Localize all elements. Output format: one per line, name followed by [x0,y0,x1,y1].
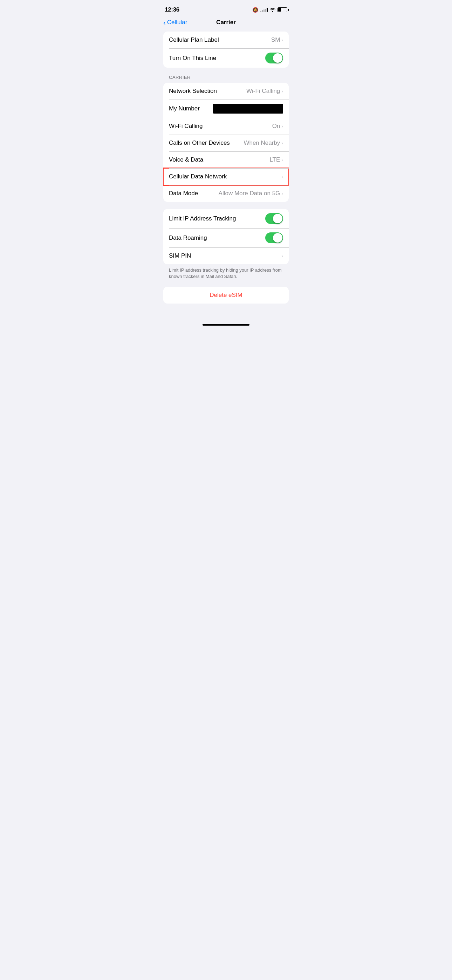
data-roaming-toggle-knob [273,233,282,243]
top-group: Cellular Plan Label SM › Turn On This Li… [163,32,289,68]
network-selection-label: Network Selection [169,88,217,95]
network-selection-row[interactable]: Network Selection Wi-Fi Calling › [163,83,289,100]
back-button[interactable]: ‹ Cellular [163,19,187,26]
data-mode-label: Data Mode [169,190,198,197]
turn-on-line-label: Turn On This Line [169,55,216,62]
data-roaming-row[interactable]: Data Roaming [163,228,289,247]
nav-header: ‹ Cellular Carrier [158,18,294,32]
data-roaming-label: Data Roaming [169,234,207,242]
turn-on-line-toggle[interactable] [265,52,283,64]
limit-ip-toggle-knob [273,214,282,223]
wifi-calling-row[interactable]: Wi-Fi Calling On › [163,118,289,135]
delete-esim-button[interactable]: Delete eSIM [163,287,289,304]
toggle-knob [273,53,282,63]
status-time: 12:36 [165,6,180,13]
cellular-data-network-chevron: › [282,174,283,180]
limit-ip-row[interactable]: Limit IP Address Tracking [163,209,289,228]
my-number-row[interactable]: My Number [163,100,289,118]
status-icons: 🔕 4 [252,7,287,13]
bottom-section: Limit IP Address Tracking Data Roaming S… [163,209,289,280]
sim-pin-value: › [282,253,283,259]
status-bar: 12:36 🔕 4 [158,0,294,18]
cellular-plan-label-text: Cellular Plan Label [169,37,219,43]
calls-other-devices-row[interactable]: Calls on Other Devices When Nearby › [163,135,289,151]
cellular-data-network-label: Cellular Data Network [169,173,227,180]
sim-pin-row[interactable]: SIM PIN › [163,247,289,264]
back-chevron-icon: ‹ [163,19,166,26]
delete-section: Delete eSIM [163,287,289,304]
top-section: Cellular Plan Label SM › Turn On This Li… [163,32,289,68]
voice-data-value: LTE › [269,156,283,163]
wifi-calling-chevron: › [282,123,283,129]
sim-pin-chevron: › [282,253,283,259]
voice-data-label: Voice & Data [169,156,203,163]
bottom-group: Limit IP Address Tracking Data Roaming S… [163,209,289,264]
home-bar [202,324,250,326]
turn-on-line-row[interactable]: Turn On This Line [163,48,289,68]
chevron-icon: › [282,37,283,43]
back-label: Cellular [167,19,188,26]
bell-muted-icon: 🔕 [252,7,258,13]
data-mode-value: Allow More Data on 5G › [219,190,283,197]
limit-ip-label: Limit IP Address Tracking [169,215,236,222]
cellular-data-network-row[interactable]: Cellular Data Network › [163,168,289,185]
calls-other-devices-value: When Nearby › [244,140,283,146]
wifi-icon [270,8,275,12]
calls-other-devices-chevron: › [282,140,283,146]
home-indicator [158,321,294,328]
carrier-group: Network Selection Wi-Fi Calling › My Num… [163,83,289,202]
sim-pin-label: SIM PIN [169,252,191,259]
limit-ip-toggle[interactable] [265,213,283,224]
data-mode-chevron: › [282,191,283,196]
bottom-group-footer: Limit IP address tracking by hiding your… [163,264,289,280]
battery-icon: 4 [277,7,287,12]
signal-icon [260,8,268,12]
wifi-calling-label: Wi-Fi Calling [169,123,202,130]
cellular-plan-label-value: SM › [271,37,283,43]
carrier-section-label: CARRIER [163,75,289,83]
data-mode-row[interactable]: Data Mode Allow More Data on 5G › [163,185,289,202]
carrier-section-wrapper: CARRIER Network Selection Wi-Fi Calling … [163,75,289,202]
my-number-redacted [213,104,283,114]
page-title: Carrier [216,19,236,26]
network-selection-value: Wi-Fi Calling › [246,88,283,95]
voice-data-row[interactable]: Voice & Data LTE › [163,151,289,168]
cellular-data-network-value: › [282,174,283,180]
calls-other-devices-label: Calls on Other Devices [169,140,230,146]
delete-esim-group: Delete eSIM [163,287,289,304]
network-selection-chevron: › [282,88,283,94]
data-roaming-toggle[interactable] [265,232,283,243]
voice-data-chevron: › [282,157,283,162]
cellular-plan-label-row[interactable]: Cellular Plan Label SM › [163,32,289,48]
wifi-calling-value: On › [272,123,283,130]
my-number-label: My Number [169,105,200,112]
